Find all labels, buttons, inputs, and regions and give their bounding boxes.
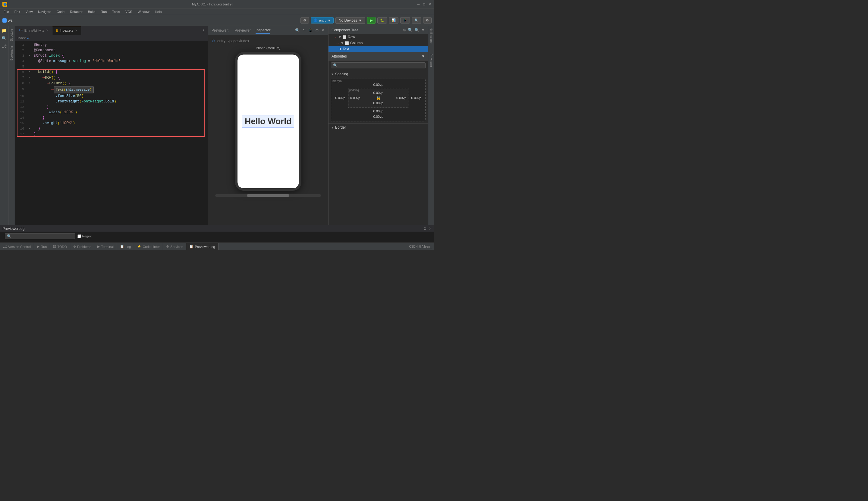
- tab-entryability[interactable]: TS EntryAbility.ts ✕: [15, 26, 52, 35]
- bottom-tab-run[interactable]: ▶ Run: [34, 243, 50, 250]
- tree-expand-column[interactable]: ▶: [341, 42, 344, 44]
- minimize-button[interactable]: ─: [417, 2, 420, 6]
- profile-button[interactable]: 📊: [389, 17, 399, 23]
- menu-run[interactable]: Run: [98, 9, 109, 14]
- fold-icon-16[interactable]: ▸: [29, 126, 30, 131]
- preview-rotate[interactable]: 📱: [308, 28, 313, 33]
- preview-settings[interactable]: ⚙: [315, 28, 319, 33]
- spacing-chevron: ▼: [331, 73, 334, 76]
- device-manager[interactable]: 📱: [400, 17, 410, 23]
- run-button[interactable]: ▶: [367, 17, 375, 24]
- menu-vcs[interactable]: VCS: [123, 9, 135, 14]
- menu-edit[interactable]: Edit: [12, 9, 23, 14]
- tree-node-column[interactable]: → ▶ ⬜ Column: [329, 40, 428, 46]
- preview-toolbar-icon1[interactable]: 🔍: [295, 28, 300, 33]
- bottom-tab-previewerlog[interactable]: 📋 PreviewerLog: [186, 243, 218, 250]
- attribute-search-input[interactable]: [339, 64, 423, 67]
- bookmarks-panel-tab[interactable]: Bookmarks: [9, 44, 14, 62]
- content-area: 📁 🔍 ⎇ Structure Bookmarks TS EntryAbilit…: [0, 26, 434, 225]
- code-line-4: 4 @State message: string = 'Hello World': [15, 58, 208, 64]
- log-search-field[interactable]: 🔍: [5, 233, 75, 239]
- menu-refactor[interactable]: Refactor: [67, 9, 85, 14]
- workspace-icon: [2, 18, 7, 23]
- menu-view[interactable]: View: [23, 9, 35, 14]
- settings-icon[interactable]: ⚙: [300, 17, 309, 23]
- bottom-tab-terminal[interactable]: ▶ Terminal: [94, 243, 117, 250]
- menu-code[interactable]: Code: [54, 9, 67, 14]
- bottom-tab-codelinter[interactable]: ⚡ Code Linter: [134, 243, 163, 250]
- bottom-tab-services[interactable]: ⚙ Services: [163, 243, 186, 250]
- bottom-tab-todo[interactable]: ☑ TODO: [50, 243, 70, 250]
- spacing-header[interactable]: ▼ Spacing: [331, 72, 425, 76]
- menu-navigate[interactable]: Navigate: [35, 9, 53, 14]
- log-settings-icon[interactable]: ⚙: [423, 226, 427, 231]
- tab-close-index[interactable]: ✕: [75, 29, 77, 32]
- attribute-search[interactable]: 🔍: [331, 62, 425, 68]
- fold-icon-3[interactable]: ▾: [29, 53, 30, 58]
- preview-scrollbar[interactable]: [215, 194, 321, 197]
- tree-action-expand[interactable]: ▼: [421, 28, 425, 32]
- tab-more[interactable]: ⋮: [199, 28, 208, 33]
- lock-icon[interactable]: 🔒: [376, 96, 381, 100]
- log-close-icon[interactable]: ✕: [428, 226, 432, 231]
- tree-node-row[interactable]: → ▶ ⬜ Row: [329, 34, 428, 40]
- menu-window[interactable]: Window: [135, 9, 152, 14]
- component-tree-header: Component Tree ⊕ 🔍 🔍 ▼: [329, 26, 428, 34]
- tree-expand-row[interactable]: ▶: [338, 36, 342, 38]
- tree-action-zoom-in[interactable]: 🔍: [414, 28, 419, 32]
- bottom-tab-problems[interactable]: ⊘ Problems: [70, 243, 94, 250]
- bottom-tab-versioncontrol[interactable]: ⎇ Version Control: [0, 243, 34, 250]
- menu-file[interactable]: File: [1, 9, 11, 14]
- tree-arrow-row: →: [334, 35, 337, 39]
- preview-close[interactable]: ✕: [321, 28, 325, 33]
- fold-icon-6[interactable]: ▾: [29, 69, 30, 75]
- arrow-text: →: [51, 87, 54, 92]
- left-panels: Structure Bookmarks: [9, 26, 15, 225]
- menu-tools[interactable]: Tools: [110, 9, 123, 14]
- code-editor[interactable]: 1 @Entry 2 @Component 3 ▾ struct Index {: [15, 41, 208, 225]
- path-crosshair-icon[interactable]: ⊕: [212, 39, 215, 43]
- scrollbar-thumb[interactable]: [247, 194, 289, 197]
- entry-selector[interactable]: 👤 entry ▼: [311, 17, 334, 23]
- notifications-tab[interactable]: Notifications: [428, 26, 434, 46]
- fold-icon-7[interactable]: ▾: [29, 75, 30, 80]
- attributes-expand[interactable]: ▼: [421, 54, 425, 58]
- log-search-icon: 🔍: [7, 234, 11, 238]
- log-search-input[interactable]: [13, 234, 73, 238]
- phone-label: Phone (medium): [256, 46, 280, 50]
- phone-screen: Hello World: [237, 54, 299, 188]
- structure-panel-tab[interactable]: Structure: [9, 27, 14, 43]
- menu-help[interactable]: Help: [152, 9, 164, 14]
- tab-close-entryability[interactable]: ✕: [46, 29, 49, 32]
- search-everywhere[interactable]: 🔍: [412, 17, 421, 23]
- previewer-side-tab[interactable]: Previewer: [428, 52, 434, 69]
- status-right: CSDN @Aileen_: [409, 245, 434, 248]
- maximize-button[interactable]: □: [423, 2, 425, 6]
- tree-action-zoom-out[interactable]: 🔍: [408, 28, 413, 32]
- border-section: ▼ Border: [329, 123, 428, 134]
- bottom-tab-log[interactable]: 📋 Log: [117, 243, 134, 250]
- close-button[interactable]: ✕: [429, 2, 432, 6]
- regex-label[interactable]: Regex: [77, 234, 92, 238]
- tab-previewer[interactable]: Previewer: [235, 27, 251, 34]
- ide-settings[interactable]: ⚙: [423, 17, 432, 23]
- tab-inspector[interactable]: Inspector: [256, 27, 270, 34]
- tab-index[interactable]: E Index.ets ✕: [52, 26, 81, 35]
- titlebar-title: MyApp01 - Index.ets [entry]: [192, 2, 233, 6]
- code-line-8: 8 ▾ →Column() {: [15, 81, 208, 86]
- editor-tab-bar: TS EntryAbility.ts ✕ E Index.ets ✕ ⋮: [15, 26, 208, 35]
- regex-checkbox[interactable]: [77, 234, 81, 238]
- no-devices-selector[interactable]: No Devices ▼: [336, 17, 365, 24]
- preview-refresh[interactable]: ↻: [302, 28, 306, 33]
- phone-frame: Hello World: [235, 52, 301, 191]
- activity-git[interactable]: ⎇: [1, 43, 8, 50]
- padding-box: padding 0.00vp 0.00vp 🔒 0.00vp: [348, 88, 409, 108]
- activity-project[interactable]: 📁: [1, 27, 8, 34]
- activity-search[interactable]: 🔍: [1, 35, 8, 42]
- tree-node-text[interactable]: T Text: [329, 46, 428, 52]
- menu-build[interactable]: Build: [86, 9, 98, 14]
- tree-action-crosshair[interactable]: ⊕: [403, 28, 406, 32]
- border-header[interactable]: ▼ Border: [331, 125, 425, 129]
- fold-icon-8[interactable]: ▾: [29, 81, 30, 86]
- debug-button[interactable]: 🐛: [377, 17, 387, 23]
